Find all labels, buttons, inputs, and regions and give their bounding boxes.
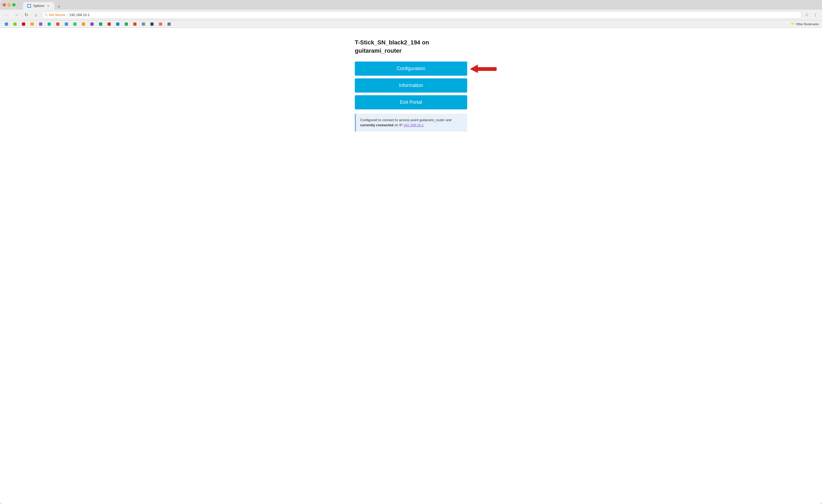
bookmark-19[interactable] bbox=[157, 22, 164, 26]
not-secure-label: Not Secure bbox=[49, 13, 65, 17]
not-secure-icon: ⓘ bbox=[45, 13, 48, 17]
bookmark-12[interactable] bbox=[97, 22, 104, 26]
toolbar-right: ⋮ bbox=[812, 11, 819, 18]
bookmark-17[interactable] bbox=[140, 22, 147, 26]
bookmark-9[interactable] bbox=[72, 22, 78, 26]
bookmark-15[interactable] bbox=[123, 22, 129, 26]
title-bar: Options ✕ + bbox=[0, 0, 822, 10]
url-display: 192.168.10.1 bbox=[69, 13, 90, 17]
tab-favicon bbox=[27, 4, 31, 8]
status-text-bold: currently connected bbox=[360, 123, 393, 127]
bookmark-5[interactable] bbox=[37, 22, 44, 26]
configuration-button[interactable]: Configuration bbox=[355, 61, 467, 76]
status-text-plain: Configured to connect to access point gu… bbox=[360, 118, 451, 122]
svg-point-0 bbox=[28, 5, 30, 7]
red-arrow-icon bbox=[470, 62, 502, 75]
bookmark-13[interactable] bbox=[106, 22, 112, 26]
other-bookmarks-link[interactable]: 📁 Other Bookmarks bbox=[791, 22, 819, 26]
forward-button[interactable]: → bbox=[13, 11, 20, 19]
bookmark-4[interactable] bbox=[29, 22, 35, 26]
svg-marker-2 bbox=[470, 64, 478, 73]
exit-portal-button[interactable]: Exit Portal bbox=[355, 95, 467, 109]
new-tab-button[interactable]: + bbox=[55, 4, 63, 10]
main-container: T-Stick_SN_black2_194 on guitarami_route… bbox=[355, 38, 467, 132]
address-bar[interactable]: ⓘ Not Secure | 192.168.10.1 bbox=[42, 11, 802, 19]
browser-window: Options ✕ + ← → ↻ ⌂ ⓘ Not Secure | 192.1… bbox=[0, 0, 822, 504]
minimize-button[interactable] bbox=[7, 3, 11, 6]
status-ip-link[interactable]: 192.168.10.1 bbox=[404, 123, 424, 127]
bookmark-2[interactable] bbox=[12, 22, 18, 26]
bookmark-3[interactable] bbox=[20, 22, 27, 26]
tab-bar: Options ✕ + bbox=[23, 0, 63, 10]
bookmark-button[interactable]: ☆ bbox=[804, 12, 810, 17]
status-text: Configured to connect to access point gu… bbox=[360, 117, 463, 128]
arrow-annotation bbox=[470, 62, 502, 75]
tab-close-button[interactable]: ✕ bbox=[46, 4, 50, 8]
bookmark-11[interactable] bbox=[89, 22, 95, 26]
status-text-after: on IP bbox=[394, 123, 402, 127]
tab-title: Options bbox=[33, 4, 44, 8]
traffic-lights bbox=[3, 3, 16, 6]
bookmark-20[interactable] bbox=[166, 22, 172, 26]
home-button[interactable]: ⌂ bbox=[32, 11, 40, 19]
reload-button[interactable]: ↻ bbox=[22, 11, 30, 19]
svg-rect-3 bbox=[477, 67, 497, 71]
url-separator: | bbox=[67, 13, 68, 17]
bookmark-8[interactable] bbox=[63, 22, 70, 26]
bookmark-14[interactable] bbox=[114, 22, 121, 26]
page-title-line2: guitarami_router bbox=[355, 47, 402, 54]
page-title: T-Stick_SN_black2_194 on guitarami_route… bbox=[355, 38, 429, 55]
information-button[interactable]: Information bbox=[355, 78, 467, 92]
toolbar: ← → ↻ ⌂ ⓘ Not Secure | 192.168.10.1 ☆ ⋮ bbox=[0, 10, 822, 20]
bookmarks-bar: 📁 Other Bookmarks bbox=[0, 20, 822, 28]
bookmark-18[interactable] bbox=[149, 22, 155, 26]
extensions-button[interactable]: ⋮ bbox=[812, 11, 819, 18]
page-content: T-Stick_SN_black2_194 on guitarami_route… bbox=[0, 28, 822, 504]
close-button[interactable] bbox=[3, 3, 6, 6]
bookmark-1[interactable] bbox=[3, 22, 10, 26]
page-title-line1: T-Stick_SN_black2_194 on bbox=[355, 39, 429, 46]
bookmark-6[interactable] bbox=[46, 22, 52, 26]
bookmark-10[interactable] bbox=[80, 22, 87, 26]
bookmarks-folder-icon: 📁 bbox=[791, 22, 795, 26]
configuration-btn-wrapper: Configuration bbox=[355, 61, 467, 76]
active-tab[interactable]: Options ✕ bbox=[23, 2, 54, 10]
status-box: Configured to connect to access point gu… bbox=[355, 114, 467, 132]
back-button[interactable]: ← bbox=[3, 11, 11, 19]
bookmark-7[interactable] bbox=[55, 22, 61, 26]
other-bookmarks-label: Other Bookmarks bbox=[796, 22, 819, 26]
bookmark-16[interactable] bbox=[132, 22, 138, 26]
maximize-button[interactable] bbox=[12, 3, 16, 6]
